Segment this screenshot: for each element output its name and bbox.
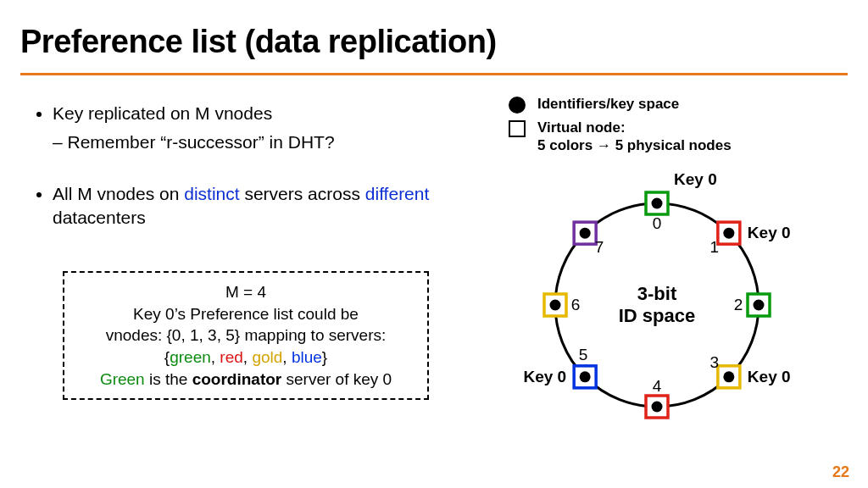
bullet-2-different: different xyxy=(365,184,430,203)
title-divider xyxy=(20,73,848,75)
legend: Identifiers/key space Virtual node: 5 co… xyxy=(509,95,732,160)
bullet-2-post: datacenters xyxy=(53,208,146,227)
box-line-1: M = 4 xyxy=(76,281,415,303)
id-dot-7 xyxy=(580,228,591,239)
box-line-4: {green, red, gold, blue} xyxy=(76,347,415,369)
vnode-id-2: 2 xyxy=(734,296,743,313)
ring-center-line2: ID space xyxy=(619,305,696,326)
box-line-2: Key 0’s Preference list could be xyxy=(76,303,415,325)
slide-title: Preference list (data replication) xyxy=(20,24,497,60)
bullet-list: Key replicated on M vnodes Remember “r-s… xyxy=(34,102,432,235)
key-label-1: Key 0 xyxy=(748,224,791,241)
vnode-id-6: 6 xyxy=(571,296,581,313)
square-icon xyxy=(509,120,526,137)
vnode-id-7: 7 xyxy=(595,238,604,256)
bullet-2-mid: servers across xyxy=(240,184,365,203)
id-dot-5 xyxy=(580,371,591,382)
legend-text-2: Virtual node: 5 colors → 5 physical node… xyxy=(537,119,732,155)
bullet-2-pre: All M vnodes on xyxy=(53,184,184,203)
bullet-1a: Remember “r-successor” in DHT? xyxy=(53,130,432,154)
id-dot-1 xyxy=(723,228,734,239)
page-number: 22 xyxy=(832,463,849,481)
id-dot-6 xyxy=(550,300,561,311)
vnode-id-4: 4 xyxy=(653,377,662,395)
box-line-5: Green is the coordinator server of key 0 xyxy=(76,369,415,391)
bullet-1: Key replicated on M vnodes xyxy=(53,102,432,125)
key-label-0: Key 0 xyxy=(674,170,717,188)
vnode-id-3: 3 xyxy=(710,353,720,371)
ring-diagram: 3-bitID space0Key 01Key 023Key 045Key 06… xyxy=(475,161,839,466)
id-dot-2 xyxy=(754,300,765,311)
legend-text-1: Identifiers/key space xyxy=(537,95,679,113)
vnode-id-0: 0 xyxy=(653,214,662,232)
vnode-id-5: 5 xyxy=(579,346,588,363)
vnode-id-1: 1 xyxy=(710,238,720,256)
box-line-3: vnodes: {0, 1, 3, 5} mapping to servers: xyxy=(76,324,415,347)
dot-icon xyxy=(509,97,526,114)
ring-center-line1: 3-bit xyxy=(637,283,677,304)
key-label-3: Key 0 xyxy=(748,368,791,385)
bullet-2: All M vnodes on distinct servers across … xyxy=(53,182,432,230)
key-label-5: Key 0 xyxy=(523,368,566,385)
example-box: M = 4 Key 0’s Preference list could be v… xyxy=(63,271,429,400)
legend-row-identifiers: Identifiers/key space xyxy=(509,95,732,114)
bullet-2-distinct: distinct xyxy=(184,184,239,203)
id-dot-0 xyxy=(652,198,663,209)
id-dot-4 xyxy=(652,402,663,413)
id-dot-3 xyxy=(723,371,734,382)
legend-row-vnode: Virtual node: 5 colors → 5 physical node… xyxy=(509,119,732,155)
